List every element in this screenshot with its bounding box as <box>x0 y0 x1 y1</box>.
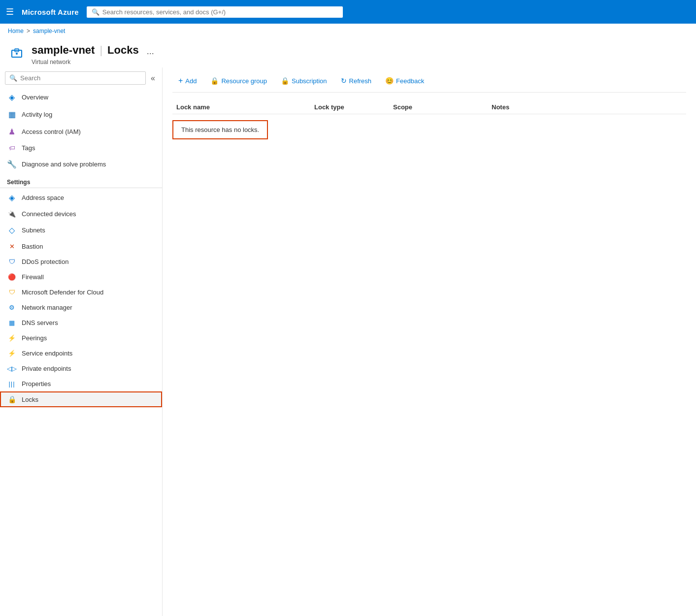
sidebar-item-address-space[interactable]: ◈ Address space <box>0 189 162 206</box>
svg-point-2 <box>16 53 18 55</box>
sidebar-item-firewall[interactable]: 🔴 Firewall <box>0 269 162 285</box>
overview-icon: ◈ <box>7 93 17 102</box>
sidebar-item-defender[interactable]: 🛡 Microsoft Defender for Cloud <box>0 285 162 300</box>
sidebar-item-label: Diagnose and solve problems <box>22 161 106 168</box>
sidebar-item-service-endpoints[interactable]: ⚡ Service endpoints <box>0 346 162 361</box>
sidebar-item-label: Peerings <box>22 334 47 342</box>
page-header: sample-vnet | Locks ... Virtual network <box>0 38 696 67</box>
sidebar-item-label: Service endpoints <box>22 350 72 357</box>
sidebar-item-locks[interactable]: 🔒 Locks <box>0 391 162 407</box>
refresh-label: Refresh <box>349 77 372 85</box>
address-space-icon: ◈ <box>7 193 17 202</box>
table-header: Lock name Lock type Scope Notes <box>172 100 686 114</box>
resource-group-button[interactable]: 🔒 Resource group <box>204 74 273 88</box>
peerings-icon: ⚡ <box>7 334 17 342</box>
breadcrumb-resource[interactable]: sample-vnet <box>33 28 65 34</box>
breadcrumb-separator: > <box>27 28 30 34</box>
page-title: sample-vnet | Locks ... <box>32 42 157 58</box>
sidebar-item-ddos[interactable]: 🛡 DDoS protection <box>0 254 162 269</box>
sidebar-item-properties[interactable]: ||| Properties <box>0 376 162 391</box>
add-label: Add <box>185 77 197 85</box>
breadcrumb: Home > sample-vnet <box>0 24 696 38</box>
private-endpoints-icon: ◁▷ <box>7 365 17 372</box>
sidebar-item-label: Subnets <box>22 227 45 234</box>
sidebar-item-access-control[interactable]: ♟ Access control (IAM) <box>0 123 162 140</box>
subscription-label: Subscription <box>292 77 327 85</box>
sidebar-item-peerings[interactable]: ⚡ Peerings <box>0 330 162 346</box>
network-manager-icon: ⚙ <box>7 304 17 311</box>
sidebar-item-diagnose[interactable]: 🔧 Diagnose and solve problems <box>0 156 162 173</box>
sidebar-item-label: Locks <box>22 396 38 403</box>
sidebar-collapse-button[interactable]: « <box>149 72 157 85</box>
no-locks-message: This resource has no locks. <box>172 120 268 139</box>
sidebar: 🔍 « ◈ Overview ▦ Activity log ♟ Access c… <box>0 67 163 616</box>
resource-icon <box>8 43 26 61</box>
sidebar-item-label: Network manager <box>22 304 72 311</box>
feedback-button[interactable]: 😊 Feedback <box>379 74 430 88</box>
sidebar-search-row: 🔍 « <box>0 67 162 89</box>
more-options-button[interactable]: ... <box>144 45 157 58</box>
sidebar-item-label: Connected devices <box>22 210 76 218</box>
iam-icon: ♟ <box>7 127 17 136</box>
sidebar-item-label: Activity log <box>22 111 52 118</box>
firewall-icon: 🔴 <box>7 273 17 281</box>
sidebar-item-tags[interactable]: 🏷 Tags <box>0 140 162 156</box>
dns-icon: ▦ <box>7 319 17 326</box>
sidebar-item-private-endpoints[interactable]: ◁▷ Private endpoints <box>0 361 162 376</box>
add-icon: + <box>178 76 183 85</box>
refresh-icon: ↻ <box>341 77 347 85</box>
sidebar-item-label: Address space <box>22 194 64 201</box>
col-lock-name: Lock name <box>172 103 310 111</box>
settings-section-label: Settings <box>0 173 162 188</box>
sidebar-search-box[interactable]: 🔍 <box>5 71 146 85</box>
sidebar-item-label: Microsoft Defender for Cloud <box>22 289 103 296</box>
refresh-button[interactable]: ↻ Refresh <box>335 74 378 88</box>
subscription-icon: 🔒 <box>281 77 289 85</box>
sidebar-item-subnets[interactable]: ◇ Subnets <box>0 222 162 239</box>
connected-devices-icon: 🔌 <box>7 210 17 218</box>
bastion-icon: ✕ <box>7 243 17 250</box>
locks-icon: 🔒 <box>7 395 17 403</box>
hamburger-menu-button[interactable]: ☰ <box>6 6 14 17</box>
sidebar-item-label: Firewall <box>22 273 44 281</box>
tag-icon: 🏷 <box>7 144 17 152</box>
sidebar-item-label: Access control (IAM) <box>22 128 81 135</box>
feedback-label: Feedback <box>396 77 424 85</box>
sidebar-item-label: Bastion <box>22 243 43 250</box>
breadcrumb-home[interactable]: Home <box>8 28 24 34</box>
sidebar-item-label: DDoS protection <box>22 258 68 265</box>
global-search-input[interactable] <box>102 8 338 16</box>
subnets-icon: ◇ <box>7 226 17 235</box>
add-button[interactable]: + Add <box>172 73 202 88</box>
resource-group-icon: 🔒 <box>210 77 219 85</box>
sidebar-item-overview[interactable]: ◈ Overview <box>0 89 162 106</box>
defender-icon: 🛡 <box>7 289 17 296</box>
sidebar-item-label: Tags <box>22 144 35 152</box>
sidebar-item-label: Overview <box>22 94 48 101</box>
sidebar-search-input[interactable] <box>20 74 141 82</box>
sidebar-item-network-manager[interactable]: ⚙ Network manager <box>0 300 162 315</box>
sidebar-search-icon: 🔍 <box>9 74 17 82</box>
sidebar-item-activity-log[interactable]: ▦ Activity log <box>0 106 162 123</box>
col-notes: Notes <box>488 103 686 111</box>
properties-icon: ||| <box>7 380 17 388</box>
search-icon: 🔍 <box>92 8 99 16</box>
resource-group-label: Resource group <box>221 77 267 85</box>
sidebar-item-label: Properties <box>22 380 51 388</box>
sidebar-item-connected-devices[interactable]: 🔌 Connected devices <box>0 206 162 222</box>
toolbar: + Add 🔒 Resource group 🔒 Subscription ↻ … <box>172 67 686 93</box>
wrench-icon: 🔧 <box>7 160 17 169</box>
ddos-icon: 🛡 <box>7 258 17 265</box>
resource-subtitle: Virtual network <box>32 59 157 65</box>
feedback-icon: 😊 <box>385 77 394 85</box>
main-layout: 🔍 « ◈ Overview ▦ Activity log ♟ Access c… <box>0 67 696 616</box>
sidebar-item-dns[interactable]: ▦ DNS servers <box>0 315 162 330</box>
activity-log-icon: ▦ <box>7 110 17 119</box>
sidebar-item-bastion[interactable]: ✕ Bastion <box>0 239 162 254</box>
top-navigation-bar: ☰ Microsoft Azure 🔍 <box>0 0 696 24</box>
sidebar-item-label: Private endpoints <box>22 365 71 372</box>
sidebar-item-label: DNS servers <box>22 319 58 326</box>
global-search-box[interactable]: 🔍 <box>87 6 343 18</box>
service-endpoints-icon: ⚡ <box>7 350 17 357</box>
subscription-button[interactable]: 🔒 Subscription <box>275 74 333 88</box>
